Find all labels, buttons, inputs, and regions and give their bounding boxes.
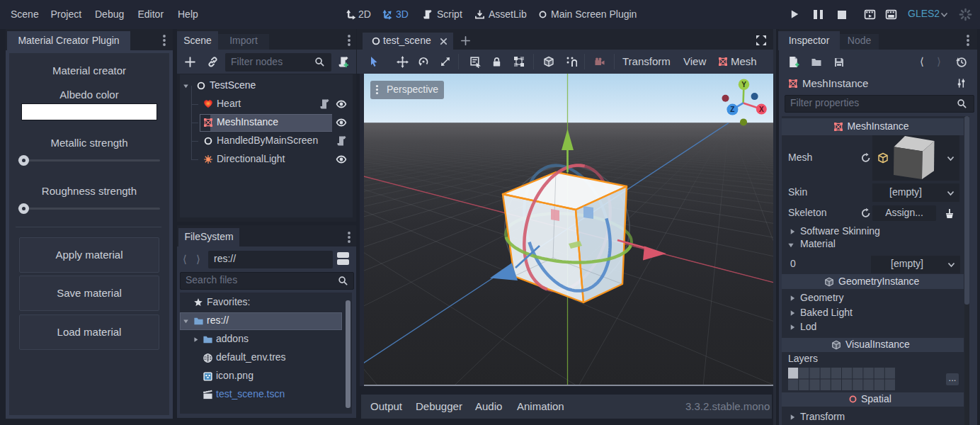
svg-text:Z: Z: [730, 106, 734, 113]
svg-text:Y: Y: [741, 81, 746, 89]
svg-text:X: X: [759, 106, 764, 113]
